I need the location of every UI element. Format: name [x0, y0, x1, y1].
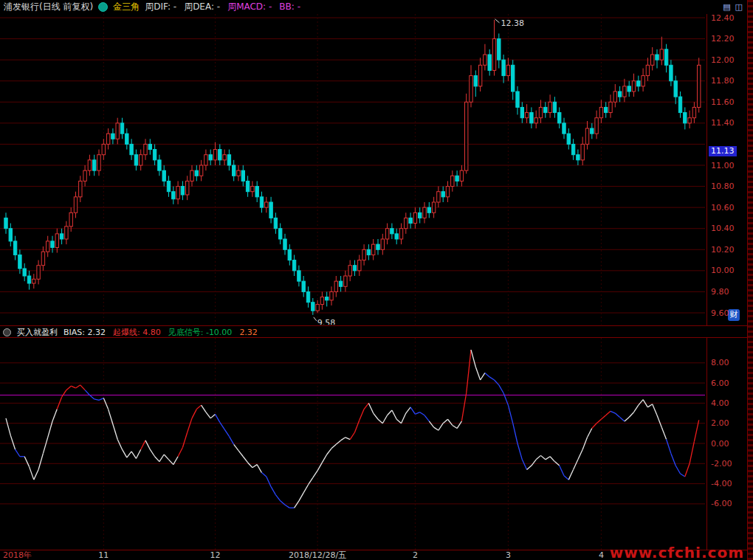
bias-line-segment: [262, 473, 267, 477]
candle: [492, 20, 495, 76]
candle: [283, 234, 286, 255]
bias-line-segment: [206, 412, 210, 418]
bias-line-segment: [145, 440, 150, 449]
candle: [312, 298, 314, 315]
candle: [664, 44, 667, 73]
candle: [660, 37, 663, 66]
candle: [678, 91, 681, 118]
candlestick-panel[interactable]: 12.389.58: [0, 14, 706, 326]
candle: [148, 139, 151, 154]
candle: [83, 165, 86, 187]
candle: [419, 207, 422, 223]
candle: [167, 176, 170, 197]
pane-split-icon[interactable]: ◫: [735, 2, 743, 12]
bias-line-segment: [606, 411, 611, 415]
price-annotation: 9.58: [317, 318, 336, 325]
bias-line-segment: [439, 424, 443, 431]
bias-line-segment: [560, 466, 564, 476]
indicator-chart[interactable]: [0, 338, 705, 550]
date-tick: 3: [506, 550, 511, 560]
candle: [646, 58, 649, 80]
candle: [32, 274, 35, 288]
candle: [292, 255, 295, 276]
candlestick-chart[interactable]: 12.389.58: [0, 14, 705, 325]
indicator-header: 买入就盈利 BIAS: 2.32起爆线: 4.80见底信号: -10.002.3…: [0, 327, 747, 337]
candle: [106, 128, 109, 150]
bias-line-segment: [10, 435, 15, 449]
candle: [140, 150, 142, 171]
candle: [692, 102, 695, 123]
titlebar-fields: 周DIF: -周DEA: -周MACD: -BB: -: [145, 1, 308, 13]
candle: [585, 121, 588, 150]
indicator-panel[interactable]: [0, 337, 706, 550]
price-axis-label: 12.00: [711, 55, 735, 65]
candle: [334, 276, 337, 297]
bias-line-segment: [513, 424, 518, 443]
candle: [130, 139, 133, 160]
bias-line-segment: [123, 449, 127, 457]
candle: [618, 86, 621, 102]
pane-grid-icon[interactable]: ▤: [723, 2, 730, 12]
candle: [391, 224, 393, 239]
bias-line-segment: [518, 443, 522, 460]
bias-line-segment: [210, 414, 215, 418]
overlay-indicator-icon[interactable]: [98, 2, 108, 12]
bias-line-segment: [489, 377, 494, 380]
candle: [688, 111, 691, 128]
indicator-axis-label: 8.00: [711, 358, 729, 367]
bias-line-segment: [85, 390, 89, 395]
candle: [298, 266, 300, 287]
candle: [279, 224, 282, 245]
candle: [213, 142, 216, 165]
candle: [405, 212, 408, 234]
bias-line-segment: [388, 410, 392, 415]
bias-line-segment: [178, 447, 182, 456]
bias-line-segment: [667, 440, 671, 454]
candle: [219, 144, 221, 165]
bias-line-segment: [647, 404, 652, 407]
candle: [581, 136, 584, 165]
candle: [563, 118, 565, 139]
bias-line-segment: [424, 415, 429, 421]
candle: [37, 260, 40, 285]
bias-line-segment: [429, 421, 433, 427]
indicator-field: BIAS: 2.32: [63, 328, 106, 337]
bias-line-segment: [94, 399, 99, 400]
candle: [330, 286, 333, 305]
candle: [381, 234, 384, 255]
candle: [623, 79, 626, 102]
candle: [591, 123, 594, 139]
indicator-axis-label: -6.00: [711, 499, 732, 508]
candle: [413, 207, 416, 229]
bias-line-segment: [136, 449, 140, 458]
candle: [684, 107, 687, 129]
candle: [227, 150, 230, 171]
scrollbar[interactable]: [747, 0, 753, 560]
bias-line-segment: [252, 465, 257, 468]
price-axis-label: 11.40: [711, 118, 735, 128]
bias-line-segment: [216, 414, 220, 422]
bias-line-segment: [109, 409, 113, 424]
bias-line-segment: [415, 412, 419, 415]
candle: [446, 181, 449, 202]
bias-line-segment: [192, 409, 196, 418]
bias-line-segment: [467, 350, 471, 393]
bias-line-segment: [295, 501, 299, 508]
candle: [306, 286, 309, 308]
bias-line-segment: [71, 386, 75, 388]
candle: [455, 170, 458, 186]
bias-line-segment: [322, 454, 326, 463]
bias-line-segment: [629, 412, 633, 418]
bias-line-segment: [24, 457, 29, 467]
indicator-icon[interactable]: [3, 328, 11, 336]
candle: [395, 229, 398, 244]
candle: [18, 249, 21, 274]
bias-line-segment: [117, 440, 122, 450]
bias-line-segment: [150, 449, 154, 457]
bias-line-segment: [313, 471, 317, 478]
candle: [246, 176, 249, 197]
bias-line-segment: [485, 373, 489, 376]
candle: [558, 107, 561, 128]
candle: [409, 212, 412, 228]
candle: [339, 276, 342, 291]
